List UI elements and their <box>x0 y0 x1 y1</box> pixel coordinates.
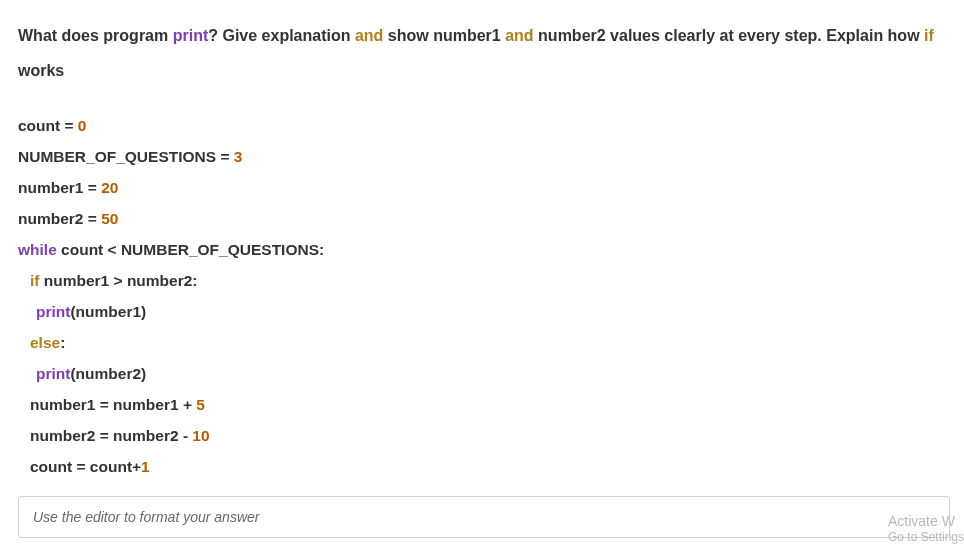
answer-placeholder: Use the editor to format your answer <box>33 509 259 525</box>
question-text-fragment: What does program <box>18 27 173 44</box>
code-text: number2 = number2 - <box>30 427 192 444</box>
code-line: print(number1) <box>18 296 950 327</box>
keyword-and: and <box>505 27 533 44</box>
code-line: if number1 > number2: <box>18 265 950 296</box>
code-number: 20 <box>101 179 118 196</box>
code-number: 1 <box>141 458 150 475</box>
code-text: (number2) <box>70 365 146 382</box>
question-text-fragment: ? Give explanation <box>208 27 355 44</box>
code-text: count = <box>18 117 78 134</box>
code-line: count = 0 <box>18 110 950 141</box>
answer-editor[interactable]: Use the editor to format your answer <box>18 496 950 538</box>
code-number: 3 <box>234 148 243 165</box>
code-text: : <box>60 334 65 351</box>
question-text-fragment: number2 values clearly at every step. Ex… <box>534 27 924 44</box>
code-line: print(number2) <box>18 358 950 389</box>
code-number: 50 <box>101 210 118 227</box>
code-text: number1 = <box>18 179 101 196</box>
question-prompt: What does program print? Give explanatio… <box>18 18 950 88</box>
code-line: count = count+1 <box>18 451 950 482</box>
code-line: number1 = 20 <box>18 172 950 203</box>
code-number: 10 <box>192 427 209 444</box>
keyword-print: print <box>173 27 209 44</box>
code-text: count < NUMBER_OF_QUESTIONS: <box>57 241 324 258</box>
code-text: NUMBER_OF_QUESTIONS = <box>18 148 234 165</box>
keyword-if: if <box>924 27 934 44</box>
keyword-print: print <box>36 365 70 382</box>
keyword-and: and <box>355 27 383 44</box>
code-text: number2 = <box>18 210 101 227</box>
code-line: NUMBER_OF_QUESTIONS = 3 <box>18 141 950 172</box>
question-text-fragment: works <box>18 62 64 79</box>
question-text-fragment: show number1 <box>383 27 505 44</box>
code-line: number2 = 50 <box>18 203 950 234</box>
code-text: (number1) <box>70 303 146 320</box>
code-text: count = count+ <box>30 458 141 475</box>
code-line: number2 = number2 - 10 <box>18 420 950 451</box>
keyword-while: while <box>18 241 57 258</box>
question-content: What does program print? Give explanatio… <box>0 0 964 482</box>
keyword-else: else <box>30 334 60 351</box>
code-number: 0 <box>78 117 87 134</box>
code-line: else: <box>18 327 950 358</box>
code-number: 5 <box>196 396 205 413</box>
code-line: while count < NUMBER_OF_QUESTIONS: <box>18 234 950 265</box>
code-line: number1 = number1 + 5 <box>18 389 950 420</box>
code-text: number1 = number1 + <box>30 396 196 413</box>
code-text: number1 > number2: <box>39 272 197 289</box>
code-block: count = 0 NUMBER_OF_QUESTIONS = 3 number… <box>18 110 950 482</box>
keyword-print: print <box>36 303 70 320</box>
